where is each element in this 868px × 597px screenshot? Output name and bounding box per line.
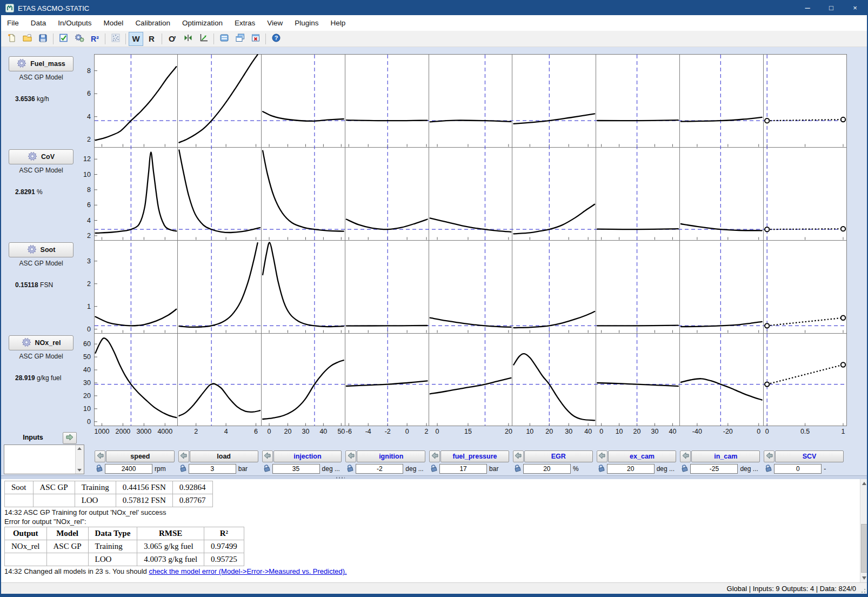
intersection-plot-icon	[184, 34, 192, 43]
x-tick-label: 0	[436, 428, 439, 435]
close-button[interactable]: ×	[843, 1, 867, 15]
inputs-panel: Inputs	[1, 432, 92, 477]
save-button[interactable]	[36, 32, 50, 46]
splitter-grip[interactable]	[336, 477, 345, 479]
input-button-scv[interactable]: SCV	[775, 450, 844, 462]
new-file-button[interactable]	[4, 32, 19, 46]
menu-item-view[interactable]: View	[261, 16, 289, 31]
input-prev-button-scv[interactable]	[764, 450, 774, 462]
inputs-listbox[interactable]	[4, 445, 84, 474]
resize-grip[interactable]	[859, 587, 866, 593]
inputs-transfer-button[interactable]	[63, 432, 77, 444]
input-column-egr: EGR%	[512, 450, 596, 475]
input-prev-button-egr[interactable]	[513, 450, 524, 462]
input-value-load[interactable]	[189, 464, 236, 474]
lock-icon[interactable]	[346, 464, 355, 473]
intersection-plot-grid[interactable]	[94, 54, 847, 426]
input-button-fuel-pressure[interactable]: fuel_pressure	[440, 450, 509, 462]
x-tick-labels-fuel-pressure: 01520	[429, 427, 512, 439]
input-value-ex-cam[interactable]	[607, 464, 655, 474]
log-scrollbar[interactable]	[860, 479, 868, 582]
scatter-plot-button[interactable]	[108, 32, 123, 46]
menu-item-optimization[interactable]: Optimization	[176, 16, 229, 31]
lock-icon[interactable]	[513, 464, 522, 473]
input-button-egr[interactable]: EGR	[524, 450, 593, 462]
weights-view-button[interactable]: W	[129, 32, 143, 46]
input-value-scv[interactable]	[774, 464, 822, 474]
menu-item-plugins[interactable]: Plugins	[289, 16, 324, 31]
input-prev-button-in-cam[interactable]	[680, 450, 691, 462]
table-header-row: OutputModelData TypeRMSER²	[5, 527, 244, 540]
inputs-list-scrollbar[interactable]	[75, 445, 84, 474]
maximize-button[interactable]: □	[819, 1, 843, 15]
lock-icon[interactable]	[597, 464, 606, 473]
input-axis-controls: speedrpmloadbarinjectiondeg ...ignitiond…	[94, 450, 847, 475]
input-value-fuel-pressure[interactable]	[439, 464, 487, 474]
menu-item-file[interactable]: File	[1, 16, 25, 31]
output-button-soot[interactable]: Soot	[9, 242, 74, 257]
scroll-down-icon[interactable]	[862, 576, 866, 580]
input-button-load[interactable]: load	[190, 450, 258, 462]
input-unit-label: deg ...	[657, 465, 675, 473]
measured-vs-predicted-button[interactable]	[196, 32, 211, 46]
input-button-ignition[interactable]: ignition	[357, 450, 425, 462]
menu-item-data[interactable]: Data	[25, 16, 52, 31]
lock-icon[interactable]	[263, 464, 271, 473]
model-settings-button[interactable]	[72, 32, 86, 46]
input-prev-button-ignition[interactable]	[345, 450, 356, 462]
input-unit-label: -	[824, 465, 826, 473]
tile-windows-button[interactable]	[217, 32, 231, 46]
intersection-plot-button[interactable]	[181, 32, 195, 46]
r-squared-button[interactable]: R²	[88, 32, 102, 46]
residuals-view-button[interactable]: R	[144, 32, 159, 46]
output-button-nox-rel[interactable]: NOx_rel	[9, 335, 74, 350]
input-value-in-cam[interactable]	[690, 464, 738, 474]
output-name: NOx_rel	[35, 339, 61, 347]
lock-icon[interactable]	[179, 464, 188, 473]
close-window-button[interactable]	[248, 32, 263, 46]
sigma-button[interactable]: Ơ	[165, 32, 179, 46]
input-button-speed[interactable]: speed	[106, 450, 175, 462]
scroll-up-icon[interactable]	[77, 447, 82, 450]
input-value-speed[interactable]	[105, 464, 152, 474]
x-tick-labels-injection: 020304050	[262, 427, 345, 439]
ascmo-static-window: ETAS ASCMO-STATIC ─ □ × FileDataIn/Outpu…	[0, 0, 868, 597]
output-current-value: 0.15118 FSN	[15, 281, 53, 289]
input-prev-button-fuel-pressure[interactable]	[429, 450, 440, 462]
output-button-cov[interactable]: CoV	[9, 149, 74, 164]
input-prev-button-injection[interactable]	[262, 450, 273, 462]
input-button-in-cam[interactable]: in_cam	[691, 450, 760, 462]
check-model-error-link[interactable]: check the model error (Model->Error->Mea…	[149, 567, 346, 575]
help-button[interactable]: ?	[269, 32, 283, 46]
open-button[interactable]	[20, 32, 35, 46]
input-prev-button-ex-cam[interactable]	[597, 450, 607, 462]
lock-icon[interactable]	[680, 464, 689, 473]
input-value-egr[interactable]	[523, 464, 571, 474]
data-check-button[interactable]	[56, 32, 71, 46]
cascade-windows-button[interactable]	[232, 32, 247, 46]
lock-icon[interactable]	[430, 464, 438, 473]
x-tick-label: 30	[565, 428, 572, 435]
input-button-ex-cam[interactable]: ex_cam	[608, 450, 677, 462]
input-prev-button-speed[interactable]	[95, 450, 105, 462]
scroll-up-icon[interactable]	[862, 482, 866, 485]
minimize-button[interactable]: ─	[796, 1, 819, 15]
lock-icon[interactable]	[764, 464, 773, 473]
output-button-fuel-mass[interactable]: Fuel_mass	[9, 56, 74, 71]
menu-item-help[interactable]: Help	[325, 16, 352, 31]
x-tick-label: 30	[302, 428, 309, 435]
lock-icon[interactable]	[95, 464, 104, 473]
menu-item-model[interactable]: Model	[98, 16, 130, 31]
input-value-ignition[interactable]	[356, 464, 403, 474]
x-tick-label: 15	[464, 428, 472, 435]
input-button-injection[interactable]: injection	[273, 450, 342, 462]
scroll-down-icon[interactable]	[77, 469, 82, 472]
menu-item-extras[interactable]: Extras	[229, 16, 261, 31]
input-value-injection[interactable]	[272, 464, 320, 474]
menu-item-in-outputs[interactable]: In/Outputs	[52, 16, 97, 31]
x-tick-label: -2	[385, 428, 391, 435]
menu-item-calibration[interactable]: Calibration	[129, 16, 176, 31]
input-prev-button-load[interactable]	[178, 450, 189, 462]
log-message: 14:32 Changed all models in 23 s. You sh…	[4, 567, 860, 576]
scrollbar-thumb[interactable]	[861, 524, 868, 573]
